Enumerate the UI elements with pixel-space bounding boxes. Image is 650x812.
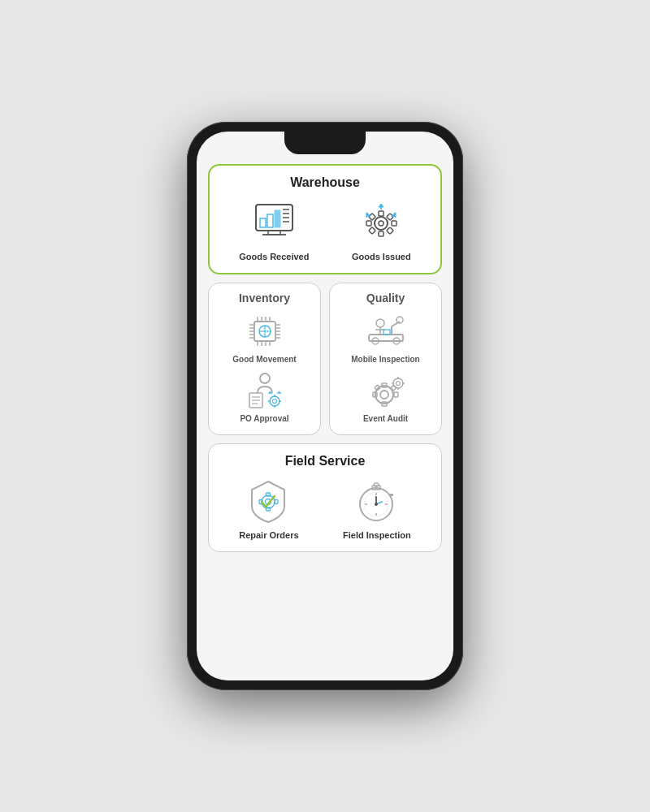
inventory-card: Inventory <box>208 283 321 435</box>
goods-received-item[interactable]: Goods Received <box>239 198 309 261</box>
svg-point-67 <box>380 391 388 399</box>
repair-orders-icon <box>240 477 297 525</box>
svg-point-62 <box>376 319 384 327</box>
goods-issued-label: Goods Issued <box>352 252 411 261</box>
goods-received-label: Goods Received <box>239 252 309 261</box>
svg-point-11 <box>379 221 384 226</box>
field-inspection-icon <box>349 477 405 525</box>
svg-rect-13 <box>379 231 384 236</box>
svg-rect-14 <box>366 221 371 226</box>
svg-rect-90 <box>389 494 393 496</box>
svg-rect-12 <box>379 211 384 216</box>
svg-rect-19 <box>387 227 393 233</box>
svg-rect-89 <box>374 483 379 486</box>
field-service-items-row: Repair Orders <box>217 477 433 540</box>
svg-point-74 <box>393 378 403 388</box>
svg-point-66 <box>375 386 393 404</box>
field-inspection-item[interactable]: Field Inspection <box>343 477 411 540</box>
warehouse-card: Warehouse <box>208 164 442 274</box>
svg-rect-3 <box>260 218 266 227</box>
svg-rect-72 <box>374 385 379 391</box>
good-movement-icon <box>240 311 289 352</box>
mobile-inspection-item[interactable]: Mobile Inspection <box>336 311 435 364</box>
screen-content: Warehouse <box>197 132 453 680</box>
event-audit-label: Event Audit <box>363 414 408 423</box>
svg-rect-85 <box>275 500 278 504</box>
event-audit-icon <box>362 370 410 411</box>
phone-frame: Warehouse <box>187 122 463 690</box>
svg-point-10 <box>375 217 388 230</box>
phone-notch <box>284 132 366 154</box>
event-audit-item[interactable]: Event Audit <box>336 370 435 423</box>
svg-rect-15 <box>392 221 396 226</box>
svg-rect-4 <box>267 214 273 227</box>
inventory-items: Good Movement <box>215 311 314 423</box>
good-movement-item[interactable]: Good Movement <box>215 311 314 364</box>
field-service-title: Field Service <box>217 454 433 469</box>
svg-rect-82 <box>266 493 271 496</box>
repair-orders-item[interactable]: Repair Orders <box>239 477 298 540</box>
mobile-inspection-icon <box>362 311 410 352</box>
quality-card: Quality <box>329 283 442 435</box>
goods-issued-item[interactable]: Goods Issued <box>352 198 411 261</box>
quality-items: Mobile Inspection <box>336 311 435 423</box>
inventory-title: Inventory <box>215 292 314 304</box>
goods-received-icon <box>245 198 302 247</box>
svg-point-50 <box>270 396 280 406</box>
po-approval-label: PO Approval <box>240 414 288 423</box>
repair-orders-label: Repair Orders <box>239 530 298 540</box>
mobile-inspection-label: Mobile Inspection <box>351 355 419 364</box>
svg-point-51 <box>272 400 276 404</box>
svg-rect-5 <box>275 210 280 227</box>
svg-point-98 <box>375 503 378 506</box>
svg-rect-83 <box>266 508 271 511</box>
field-inspection-label: Field Inspection <box>343 530 411 540</box>
po-approval-item[interactable]: PO Approval <box>215 370 314 423</box>
middle-row: Inventory <box>208 283 442 435</box>
svg-rect-71 <box>394 392 398 397</box>
warehouse-items-row: Goods Received <box>218 198 432 261</box>
good-movement-label: Good Movement <box>232 355 296 364</box>
quality-title: Quality <box>336 292 435 304</box>
field-service-card: Field Service <box>208 443 442 552</box>
phone-screen: Warehouse <box>197 132 453 680</box>
goods-issued-icon <box>353 198 410 247</box>
svg-rect-18 <box>369 227 375 233</box>
po-approval-icon <box>240 370 289 411</box>
warehouse-title: Warehouse <box>218 175 432 190</box>
svg-point-45 <box>260 374 270 383</box>
svg-point-75 <box>396 382 400 386</box>
